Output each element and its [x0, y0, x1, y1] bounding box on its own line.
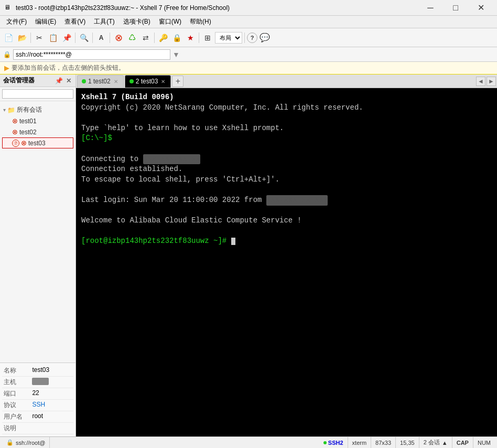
toolbar-chat-btn[interactable]: 💬 [258, 31, 271, 44]
session-icon-test01: ⊗ [12, 117, 18, 125]
prop-label-note: 说明 [2, 423, 30, 434]
toolbar-star-btn[interactable]: ★ [184, 31, 197, 44]
toolbar-paste-btn[interactable]: 📌 [60, 31, 73, 44]
lock-icon: 🔒 [3, 51, 11, 58]
title-bar: 🖥 test03 - root@izbp143hp2ts232tf83uuwz:… [0, 0, 497, 16]
properties-table: 名称 test03 主机 端口 22 协议 [2, 365, 73, 434]
status-encoding: xterm [352, 440, 367, 446]
tree-group-all: ▾ 📁 所有会话 ⊗ test01 ⊗ test02 ⑦ ⊗ [0, 103, 75, 150]
terminal-line-blank4 [81, 206, 492, 216]
sidebar-tree: ▾ 📁 所有会话 ⊗ test01 ⊗ test02 ⑦ ⊗ [0, 101, 75, 362]
tab-nav-left[interactable]: ◄ [476, 77, 485, 86]
menu-file[interactable]: 文件(F) [2, 16, 31, 27]
menu-help[interactable]: 帮助(H) [186, 16, 215, 27]
terminal[interactable]: Xshell 7 (Build 0096) Copyright (c) 2020… [76, 88, 497, 436]
tab-close-test02[interactable]: ✕ [114, 79, 118, 84]
terminal-text-3: Type `help' to learn how to use Xshell p… [81, 124, 284, 132]
terminal-prompt-remote: [root@izbp143hp2ts232tf83uuwz ~]# [81, 237, 231, 245]
window-title: test03 - root@izbp143hp2ts232tf83uuwz:~ … [16, 4, 418, 12]
sidebar-header: 会话管理器 📌 ✕ [0, 74, 75, 87]
prop-label-protocol: 协议 [2, 400, 30, 411]
terminal-line-10: [root@izbp143hp2ts232tf83uuwz ~]# [81, 236, 492, 247]
prop-row-name: 名称 test03 [2, 365, 73, 377]
status-green-dot [323, 441, 327, 444]
folder-icon: 📁 [7, 106, 15, 114]
sidebar-item-test02[interactable]: ⊗ test02 [2, 126, 73, 137]
toolbar: 📄 📂 ✂ 📋 📌 🔍 A ⊗ ♺ ⇄ 🔑 🔒 ★ ⊞ 布局 ? 💬 [0, 28, 497, 47]
toolbar-lock-btn[interactable]: 🔒 [170, 31, 183, 44]
terminal-line-7: To escape to local shell, press 'Ctrl+Al… [81, 175, 492, 185]
terminal-text-connecting: Connecting to [81, 155, 143, 163]
toolbar-search-btn[interactable]: 🔍 [78, 31, 90, 44]
terminal-line-5: Connecting to xxx.xxx.xx.xx [81, 154, 492, 165]
menu-view[interactable]: 查看(V) [60, 16, 90, 27]
notice-arrow-icon: ▶ [4, 64, 9, 72]
terminal-text-escape: To escape to local shell, press 'Ctrl+Al… [81, 175, 279, 184]
address-bar: 🔒 ▼ [0, 47, 497, 62]
terminal-text-lastlogin: Last login: Sun Mar 20 11:00:00 2022 fro… [81, 196, 266, 204]
terminal-line-6: Connection established. [81, 164, 492, 175]
prop-row-protocol: 协议 SSH [2, 400, 73, 411]
sidebar-search-input[interactable] [2, 89, 73, 99]
sidebar-item-test01[interactable]: ⊗ test01 [2, 115, 73, 126]
tab-add-button[interactable]: + [172, 76, 183, 87]
sidebar-item-test03[interactable]: ⑦ ⊗ test03 [2, 137, 73, 148]
terminal-cursor [231, 238, 235, 245]
tab-close-test03[interactable]: ✕ [161, 79, 165, 84]
menu-window[interactable]: 窗口(W) [155, 16, 186, 27]
prop-value-host [30, 377, 73, 388]
status-sessions: 2 会话 [424, 439, 440, 446]
menu-edit[interactable]: 编辑(E) [31, 16, 60, 27]
address-input[interactable] [13, 49, 170, 60]
content-area: 会话管理器 📌 ✕ ▾ 📁 所有会话 ⊗ [0, 74, 497, 436]
app-icon: 🖥 [4, 4, 13, 12]
toolbar-key-btn[interactable]: 🔑 [157, 31, 169, 44]
minimize-button[interactable]: ─ [418, 0, 442, 16]
status-num-label: NUM [478, 440, 491, 446]
toolbar-open-btn[interactable]: 📂 [16, 31, 28, 44]
terminal-line-1: Xshell 7 (Build 0096) [81, 92, 492, 103]
tree-group-label[interactable]: ▾ 📁 所有会话 [2, 104, 73, 115]
session-label-test02: test02 [19, 129, 37, 136]
status-bar: 🔒 ssh://root@ SSH2 xterm 87x33 15,35 2 会… [0, 436, 497, 448]
session-icon-test02: ⊗ [12, 128, 18, 136]
toolbar-font-btn[interactable]: A [95, 31, 107, 44]
tab-test03[interactable]: 2 test03 ✕ [125, 75, 171, 88]
menu-bar: 文件(F) 编辑(E) 查看(V) 工具(T) 选项卡(B) 窗口(W) 帮助(… [0, 16, 497, 28]
toolbar-red-btn[interactable]: ⊗ [112, 31, 125, 44]
status-sessions-up[interactable]: ▲ [442, 440, 448, 446]
sidebar-close-btn[interactable]: ✕ [65, 77, 72, 84]
prop-row-note: 说明 [2, 423, 73, 434]
address-dropdown-arrow[interactable]: ▼ [172, 50, 180, 59]
terminal-line-2: Copyright (c) 2020 NetSarang Computer, I… [81, 103, 492, 113]
menu-tools[interactable]: 工具(T) [90, 16, 118, 27]
toolbar-cut-btn[interactable]: ✂ [33, 31, 46, 44]
tab-test02[interactable]: 1 test02 ✕ [77, 75, 124, 88]
status-position-segment: 15,35 [396, 437, 419, 448]
toolbar-copy-btn[interactable]: 📋 [47, 31, 59, 44]
toolbar-arrows-btn[interactable]: ⇄ [139, 31, 152, 44]
maximize-button[interactable]: □ [444, 0, 468, 16]
app-window: 🖥 test03 - root@izbp143hp2ts232tf83uuwz:… [0, 0, 497, 448]
terminal-ip-blurred2: xxx.xxx.xx xxx [266, 195, 328, 206]
toolbar-help-btn[interactable]: ? [247, 33, 257, 43]
prop-row-port: 端口 22 [2, 388, 73, 400]
menu-tabs[interactable]: 选项卡(B) [119, 16, 155, 27]
toolbar-green-btn[interactable]: ♺ [126, 31, 138, 44]
terminal-line-blank1 [81, 113, 492, 123]
status-connection: 🔒 ssh://root@ [2, 437, 50, 448]
status-position: 15,35 [400, 440, 415, 446]
status-ssh-url: ssh://root@ [16, 440, 45, 446]
prop-value-protocol: SSH [30, 400, 73, 411]
toolbar-layout-select[interactable]: 布局 [215, 32, 242, 44]
tab-dot-test03 [129, 79, 134, 83]
close-button[interactable]: ✕ [469, 0, 493, 16]
toolbar-sep1 [30, 33, 31, 43]
toolbar-grid-btn[interactable]: ⊞ [201, 31, 214, 44]
status-cap-segment: CAP [452, 437, 473, 448]
tab-nav-right[interactable]: ► [487, 77, 496, 86]
terminal-line-8: Last login: Sun Mar 20 11:00:00 2022 fro… [81, 195, 492, 206]
sidebar-pin-btn[interactable]: 📌 [54, 77, 64, 84]
toolbar-new-btn[interactable]: 📄 [2, 31, 15, 44]
terminal-text-welcome: Welcome to Alibaba Cloud Elastic Compute… [81, 216, 301, 225]
